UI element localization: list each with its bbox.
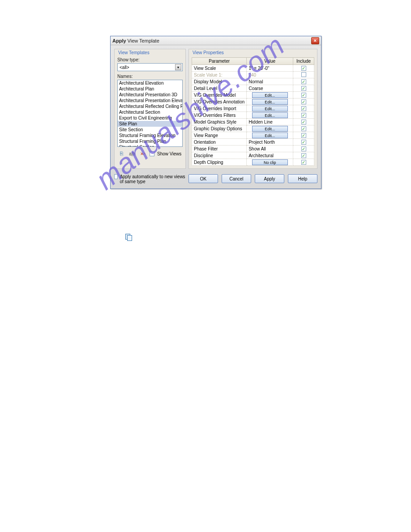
include-checkbox[interactable]: ✓ [301, 93, 306, 98]
dialog-footer: Apply automatically to new views of same… [111, 172, 321, 189]
auto-apply-label: Apply automatically to new views of same… [120, 174, 186, 184]
include-cell[interactable]: ✓ [293, 105, 314, 112]
include-cell[interactable]: ✓ [293, 132, 314, 139]
include-cell[interactable]: ✓ [293, 65, 314, 72]
list-item[interactable]: Architectural Presentation Elevation [118, 98, 182, 103]
edit-button[interactable]: No clip [252, 159, 288, 165]
list-item[interactable]: Site Plan [118, 121, 182, 127]
edit-button[interactable]: Edit... [252, 92, 288, 98]
include-cell[interactable]: ✓ [293, 92, 314, 99]
param-cell: Orientation [192, 139, 247, 146]
titlebar[interactable]: Apply View Template ✕ [111, 36, 321, 45]
show-views-checkbox[interactable] [150, 151, 154, 156]
value-cell[interactable]: 1" = 20'-0" [247, 65, 293, 72]
chevron-down-icon: ▼ [175, 64, 181, 70]
value-cell[interactable]: Normal [247, 78, 293, 85]
value-cell[interactable]: Project North [247, 139, 293, 146]
value-cell[interactable]: Edit... [247, 105, 293, 112]
value-cell[interactable]: Edit... [247, 92, 293, 99]
include-checkbox[interactable]: ✓ [301, 66, 306, 71]
names-listbox[interactable]: Architectural ElevationArchitectural Pla… [117, 80, 183, 147]
include-checkbox[interactable]: ✓ [301, 146, 306, 151]
include-checkbox[interactable]: ✓ [301, 126, 306, 131]
list-item[interactable]: Structural Section [118, 144, 182, 147]
value-cell[interactable]: Show All [247, 146, 293, 152]
include-checkbox[interactable]: ✓ [301, 140, 306, 145]
cancel-button[interactable]: Cancel [222, 174, 251, 183]
delete-icon[interactable]: ✕A [139, 150, 147, 158]
table-row: DisciplineArchitectural✓ [192, 152, 314, 159]
include-checkbox[interactable]: ✓ [301, 79, 306, 84]
include-checkbox[interactable]: ✓ [301, 106, 306, 111]
value-cell[interactable]: No clip [247, 159, 293, 166]
edit-button[interactable]: Edit... [252, 106, 288, 112]
apply-button[interactable]: Apply [255, 174, 284, 183]
col-include[interactable]: Include [293, 58, 314, 65]
table-row: OrientationProject North✓ [192, 139, 314, 146]
edit-button[interactable]: Edit... [252, 126, 288, 132]
list-item[interactable]: Architectural Elevation [118, 80, 182, 86]
include-cell[interactable]: ✓ [293, 119, 314, 125]
include-cell[interactable] [293, 72, 314, 78]
list-item[interactable]: Structural Framing Elevation [118, 133, 182, 138]
include-checkbox[interactable]: ✓ [301, 120, 306, 124]
list-item[interactable]: Architectural Section [118, 109, 182, 115]
properties-table: Parameter Value Include View Scale1" = 2… [192, 57, 314, 166]
include-cell[interactable]: ✓ [293, 159, 314, 166]
template-toolbar: ⎘ a|b ✕A Show Views [117, 150, 183, 158]
include-cell[interactable]: ✓ [293, 139, 314, 146]
table-row: Detail LevelCoarse✓ [192, 85, 314, 92]
list-item[interactable]: Export to Civil Engineering [118, 115, 182, 121]
value-cell[interactable]: Coarse [247, 85, 293, 92]
duplicate-icon[interactable]: ⎘ [117, 150, 125, 158]
col-parameter[interactable]: Parameter [192, 58, 247, 65]
value-cell[interactable]: Architectural [247, 152, 293, 159]
show-type-dropdown[interactable]: <all> ▼ [117, 63, 183, 71]
include-cell[interactable]: ✓ [293, 152, 314, 159]
col-value[interactable]: Value [247, 58, 293, 65]
include-cell[interactable]: ✓ [293, 146, 314, 152]
edit-button[interactable]: Edit... [252, 99, 288, 105]
value-cell[interactable]: Edit... [247, 112, 293, 119]
table-row: V/G Overrides AnnotationEdit...✓ [192, 99, 314, 105]
value-cell[interactable]: Edit... [247, 125, 293, 132]
rename-icon[interactable]: a|b [128, 150, 136, 158]
param-cell: V/G Overrides Filters [192, 112, 247, 119]
include-checkbox[interactable]: ✓ [301, 133, 306, 138]
value-cell[interactable]: Hidden Line [247, 119, 293, 125]
list-item[interactable]: Site Section [118, 127, 182, 133]
table-row: Phase FilterShow All✓ [192, 146, 314, 152]
value-cell[interactable]: Edit... [247, 99, 293, 105]
include-cell[interactable]: ✓ [293, 99, 314, 105]
param-cell: Depth Clipping [192, 159, 247, 166]
value-cell[interactable]: 240 [247, 72, 293, 78]
close-button[interactable]: ✕ [311, 37, 319, 44]
include-checkbox[interactable]: ✓ [301, 160, 306, 165]
auto-apply-checkbox[interactable] [114, 174, 118, 179]
list-item[interactable]: Architectural Presentation 3D [118, 92, 182, 98]
param-cell: V/G Overrides Annotation [192, 99, 247, 105]
help-button[interactable]: Help [288, 174, 317, 183]
auto-apply-option[interactable]: Apply automatically to new views of same… [114, 174, 186, 184]
param-cell: Scale Value 1: [192, 72, 247, 78]
apply-view-template-dialog: Apply View Template ✕ View Templates Sho… [110, 36, 321, 189]
edit-button[interactable]: Edit... [252, 112, 288, 118]
value-cell[interactable]: Edit... [247, 132, 293, 139]
include-checkbox[interactable]: ✓ [301, 99, 306, 104]
include-cell[interactable]: ✓ [293, 78, 314, 85]
include-checkbox[interactable]: ✓ [301, 153, 306, 158]
list-item[interactable]: Architectural Reflected Ceiling Plan [118, 103, 182, 109]
include-checkbox[interactable]: ✓ [301, 113, 306, 118]
include-checkbox[interactable]: ✓ [301, 86, 306, 91]
include-cell[interactable]: ✓ [293, 85, 314, 92]
include-cell[interactable]: ✓ [293, 112, 314, 119]
duplicate-page-icon [125, 234, 133, 242]
param-cell: View Range [192, 132, 247, 139]
param-cell: V/G Overrides Model [192, 92, 247, 99]
include-checkbox[interactable] [301, 72, 306, 77]
edit-button[interactable]: Edit... [252, 133, 288, 138]
list-item[interactable]: Architectural Plan [118, 86, 182, 92]
ok-button[interactable]: OK [188, 174, 218, 183]
include-cell[interactable]: ✓ [293, 125, 314, 132]
list-item[interactable]: Structural Framing Plan [118, 138, 182, 144]
